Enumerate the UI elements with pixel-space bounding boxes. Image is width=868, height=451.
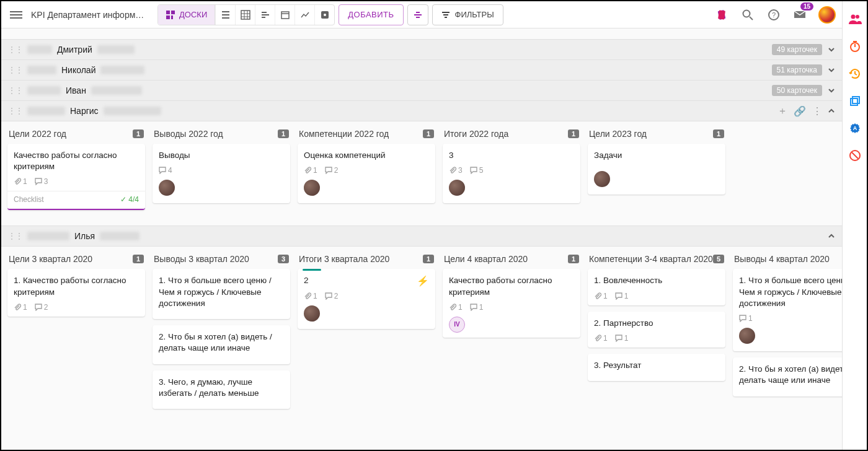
collapse-toggle[interactable] bbox=[827, 86, 836, 95]
column: Выводы 2022 год 1 Выводы 4 bbox=[153, 126, 290, 216]
attachments-count: 1 bbox=[14, 303, 27, 312]
view-chart[interactable] bbox=[294, 5, 314, 25]
collapse-toggle[interactable] bbox=[827, 45, 836, 54]
card[interactable]: Задачи bbox=[588, 144, 725, 195]
assignee-avatar[interactable] bbox=[739, 328, 755, 344]
add-button[interactable]: ДОБАВИТЬ bbox=[339, 4, 403, 25]
card-title: Качество работы согласно критериям bbox=[14, 150, 139, 172]
column-header[interactable]: Цели 2023 год 1 bbox=[588, 126, 725, 144]
drag-handle[interactable]: ⋮⋮ bbox=[7, 106, 22, 116]
view-boards[interactable]: ДОСКИ bbox=[158, 5, 215, 25]
collapse-toggle[interactable] bbox=[827, 107, 836, 115]
card-title: Задачи bbox=[594, 150, 719, 161]
filters-button[interactable]: ФИЛЬТРЫ bbox=[432, 4, 503, 25]
card[interactable]: 1. Вовлеченность 11 bbox=[588, 269, 725, 305]
swimlane-header[interactable]: ⋮⋮ Илья bbox=[1, 226, 842, 247]
collapse-toggle[interactable] bbox=[827, 66, 836, 74]
column-count: 1 bbox=[568, 255, 579, 263]
blurred-text bbox=[27, 86, 61, 95]
assignee-avatar[interactable] bbox=[449, 180, 465, 196]
view-widget[interactable] bbox=[314, 5, 334, 25]
attachments-count: 1 bbox=[304, 292, 317, 300]
column: Итоги 3 квартала 2020 1 ⚡ 2 12 bbox=[298, 252, 435, 415]
column-header[interactable]: Выводы 3 квартал 2020 3 bbox=[153, 252, 290, 269]
card[interactable]: 1. Что я больше всего ценю / Чем я горжу… bbox=[153, 269, 290, 319]
card[interactable]: 3. Чего, я думаю, лучше избегать / делат… bbox=[153, 370, 290, 409]
add-options[interactable] bbox=[407, 4, 428, 25]
swimlane-header[interactable]: ⋮⋮ Дмитрий 49 карточек bbox=[1, 39, 842, 60]
search-icon[interactable] bbox=[739, 6, 756, 24]
column-header[interactable]: Компетенции 3-4 квартал 2020 5 bbox=[588, 252, 725, 269]
card[interactable]: 1. Качество работы согласно критериям 12 bbox=[7, 269, 145, 316]
card[interactable]: Оценка компетенций 12 bbox=[298, 144, 435, 203]
view-list[interactable] bbox=[215, 5, 235, 25]
board-title[interactable]: KPI Департамент информаци… bbox=[31, 10, 149, 20]
auto-icon[interactable]: A bbox=[848, 121, 862, 135]
swimlane-actions: ＋ 🔗 ⋮ bbox=[777, 105, 822, 118]
swimlane-header[interactable]: ⋮⋮ Николай 51 карточка bbox=[1, 59, 842, 81]
card[interactable]: Качество работы согласно критериям 13Che… bbox=[7, 144, 145, 210]
swimlane-header[interactable]: ⋮⋮ Иван 50 карточек bbox=[1, 80, 842, 101]
blurred-text bbox=[27, 66, 56, 74]
assignee-avatar[interactable] bbox=[159, 180, 175, 196]
assignee-avatar[interactable] bbox=[304, 305, 320, 322]
profile-avatar[interactable] bbox=[818, 6, 836, 24]
column-header[interactable]: Цели 3 квартал 2020 1 bbox=[7, 252, 145, 269]
collapse-toggle[interactable] bbox=[827, 232, 836, 240]
view-boards-label: ДОСКИ bbox=[179, 10, 207, 19]
column-count: 1 bbox=[423, 129, 434, 138]
card[interactable]: 2. Что бы я хотел (а) видеть / делать ча… bbox=[733, 357, 842, 396]
card[interactable]: Выводы 4 bbox=[153, 144, 290, 203]
view-switcher: ДОСКИ bbox=[157, 4, 335, 25]
add-card-icon[interactable]: ＋ bbox=[777, 105, 787, 118]
link-icon[interactable]: 🔗 bbox=[794, 105, 806, 117]
column-header[interactable]: Итоги 3 квартала 2020 1 bbox=[298, 252, 435, 269]
drag-handle[interactable]: ⋮⋮ bbox=[7, 45, 22, 55]
column-header[interactable]: Компетенции 2022 год 1 bbox=[298, 126, 435, 144]
block-icon[interactable] bbox=[848, 149, 862, 162]
view-table[interactable] bbox=[235, 5, 255, 25]
view-calendar[interactable] bbox=[275, 5, 294, 25]
checklist[interactable]: Checklist✓ 4/4 bbox=[7, 191, 145, 210]
card-meta: 11 bbox=[449, 303, 574, 312]
copy-icon[interactable] bbox=[848, 94, 862, 108]
help-icon[interactable]: ? bbox=[765, 6, 782, 24]
column-count: 1 bbox=[423, 255, 434, 263]
column-header[interactable]: Цели 4 квартал 2020 1 bbox=[443, 252, 580, 269]
card[interactable]: 1. Что я больше всего ценю / Чем я горжу… bbox=[733, 269, 842, 351]
menu-icon[interactable] bbox=[7, 6, 25, 24]
svg-rect-4 bbox=[241, 11, 250, 19]
column-header[interactable]: Цели 2022 год 1 bbox=[7, 126, 145, 144]
notifications-icon[interactable]: 15 bbox=[791, 6, 808, 24]
board-lanes: ⋮⋮ Дмитрий 49 карточек ⋮⋮ Николай 51 кар… bbox=[1, 28, 842, 450]
card-meta: 12 bbox=[304, 292, 429, 300]
column-header[interactable]: Выводы 2022 год 1 bbox=[153, 126, 290, 144]
filter-icon bbox=[441, 11, 450, 19]
svg-text:?: ? bbox=[772, 11, 776, 19]
card[interactable]: 2. Что бы я хотел (а) видеть / делать ча… bbox=[153, 325, 290, 364]
members-icon[interactable] bbox=[848, 12, 862, 26]
more-icon[interactable]: ⋮ bbox=[812, 105, 822, 117]
column-header[interactable]: Итоги 2022 года 1 bbox=[443, 126, 580, 144]
card[interactable]: 2. Партнерство 11 bbox=[588, 312, 725, 348]
assignee-avatar[interactable]: IV bbox=[449, 317, 465, 333]
svg-rect-16 bbox=[851, 99, 857, 105]
drag-handle[interactable]: ⋮⋮ bbox=[7, 85, 22, 95]
swimlane-header[interactable]: ⋮⋮ Наргис ＋ 🔗 ⋮ bbox=[1, 100, 842, 121]
card-title: Выводы bbox=[159, 150, 284, 161]
assignee-avatar[interactable] bbox=[594, 171, 610, 187]
drag-handle[interactable]: ⋮⋮ bbox=[7, 65, 22, 75]
view-timeline[interactable] bbox=[255, 5, 275, 25]
comments-count: 2 bbox=[35, 303, 48, 312]
card[interactable]: Качество работы согласно критериям 11IV bbox=[443, 269, 580, 337]
history-icon[interactable] bbox=[848, 67, 862, 81]
card[interactable]: 3 35 bbox=[443, 144, 580, 203]
card[interactable]: 3. Результат bbox=[588, 354, 725, 381]
timer-icon[interactable] bbox=[848, 40, 862, 53]
column-header[interactable]: Выводы 4 квартал 2020 3 bbox=[733, 252, 842, 269]
card[interactable]: ⚡ 2 12 bbox=[298, 269, 435, 328]
assignee-avatar[interactable] bbox=[304, 180, 320, 196]
drag-handle[interactable]: ⋮⋮ bbox=[7, 231, 22, 241]
column-count: 5 bbox=[713, 255, 724, 263]
cards-icon[interactable] bbox=[713, 6, 730, 24]
